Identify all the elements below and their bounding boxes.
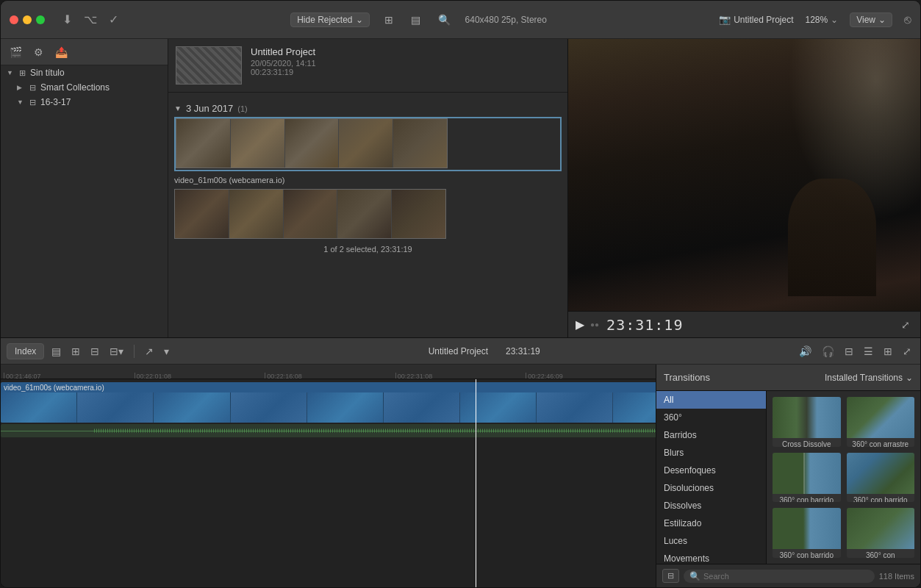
sidebar-icon1[interactable]: 🎬 [7,45,25,60]
timeline-view-icon2[interactable]: ⊞ [68,344,83,359]
content-area: ▼ 3 Jun 2017 (1) vi [168,93,567,337]
timeline-view-icon3[interactable]: ⊟ [87,344,102,359]
installed-transitions-label: Installed Transitions [825,373,903,383]
timeline-icon5[interactable]: ⊞ [881,344,895,359]
library-icon[interactable]: ⬇ [62,12,72,26]
thumb-360-barrido-aparicion[interactable]: 360° con barrido de aparición [847,453,915,503]
chevron-down-icon: ⌄ [356,15,363,25]
view-button[interactable]: View ⌄ [850,12,892,27]
sidebar-icon2[interactable]: ⚙ [31,45,46,60]
cat-360[interactable]: 360° [656,409,766,426]
close-button[interactable] [10,15,18,24]
search-icon-transitions: 🔍 [689,571,700,581]
key-icon[interactable]: ⌥ [84,12,97,26]
thumb-img-cross-dissolve [773,397,841,438]
headphone-icon[interactable]: 🎧 [819,344,837,359]
cat-dissolves[interactable]: Dissolves [656,497,766,514]
sidebar-item-16-3-17[interactable]: ▼ ⊟ 16-3-17 [1,95,168,110]
video-frame-1-4 [339,119,393,168]
project-header: Untitled Project 20/05/2020, 14:11 00:23… [176,43,560,90]
play-button[interactable]: ▶ [576,318,584,331]
cat-disoluciones[interactable]: Disoluciones [656,479,766,497]
filmstrip-icon[interactable]: ▤ [408,12,423,27]
thumb-label-360-barrido-aparicion: 360° con barrido de aparición [847,494,915,503]
tick-5: 00:22:46:09 [526,373,656,379]
video-strip-1-container[interactable] [174,117,562,171]
tool-icon2[interactable]: ▾ [161,344,172,359]
cat-desenfoques[interactable]: Desenfoques [656,462,766,479]
track-label: video_61m00s (webcamera.io) [4,384,104,392]
preview-video [568,39,920,311]
thumb-img-360-barrido-aparicion [847,453,915,494]
cat-blurs[interactable]: Blurs [656,444,766,462]
timeline-icon6[interactable]: ⤢ [900,344,914,359]
smart-collections-icon: ⊟ [27,83,37,93]
thumb-360-arrastre[interactable]: 360° con arrastre [847,397,915,447]
sidebar-item-sin-titulo[interactable]: ▼ ⊞ Sin título [1,65,168,80]
timeline-icon3[interactable]: ⊟ [842,344,856,359]
transitions-header: Transitions Installed Transitions ⌄ [656,365,920,391]
thumb-cross-dissolve[interactable]: Cross Dissolve [773,397,841,447]
track-frame-4 [231,392,307,423]
fullscreen-button[interactable] [36,15,45,24]
timeline-toolbar: Index ▤ ⊞ ⊟ ⊟▾ ↗ ▾ Untitled Project 23:3… [1,338,920,365]
date-group-count: (1) [237,104,247,113]
cat-all[interactable]: All [656,391,766,409]
search-icon[interactable]: 🔍 [435,12,454,27]
expand-arrow-smart: ▶ [17,84,24,91]
check-icon[interactable]: ✓ [109,12,118,26]
thumb-img-360-arrastre [847,397,915,438]
expand-arrow-16-3-17: ▼ [17,98,24,106]
sidebar-item-smart-collections[interactable]: ▶ ⊟ Smart Collections [1,80,168,95]
view-toggle-icon[interactable]: ⊞ [381,12,396,27]
expand-icon[interactable]: ⤢ [898,318,913,332]
share-icon[interactable]: ⎋ [904,13,911,26]
project-info: Untitled Project 20/05/2020, 14:11 00:23… [251,46,316,76]
audio-icon[interactable]: 🔊 [796,344,814,359]
track-frame-3 [154,392,230,423]
tool-select-icon[interactable]: ↗ [142,344,157,359]
tick-4: 00:22:31:08 [395,373,526,379]
video-scene [568,39,920,311]
search-box: 🔍 [684,570,875,583]
project-duration: 00:23:31:19 [251,68,316,76]
video-frame-2-4 [337,190,392,238]
folder-icon-sin-titulo: ⊞ [17,68,27,78]
timeline-view-icon1[interactable]: ▤ [49,344,64,359]
playback-dots-left: ●● [590,320,599,329]
app-window: ⬇ ⌥ ✓ Hide Rejected ⌄ ⊞ ▤ 🔍 640x480 25p,… [0,0,921,588]
cat-estilizado[interactable]: Estilizado [656,514,766,532]
filter-button[interactable]: ⊟ [662,569,679,583]
traffic-lights [10,15,45,24]
date-group-header: ▼ 3 Jun 2017 (1) [174,98,562,117]
index-tab[interactable]: Index [7,343,44,359]
sidebar: 🎬 ⚙ 📤 ▼ ⊞ Sin título ▶ ⊟ Smart Collectio… [1,39,168,337]
minimize-button[interactable] [23,15,32,24]
thumb-label-360-con: 360° con [847,549,915,558]
project-title: Untitled Project [251,46,316,57]
thumb-label-360-barrido2: 360° con barrido [773,549,841,558]
track-frame-6 [384,392,460,423]
transitions-footer: ⊟ 🔍 118 Items [656,564,920,587]
project-date: 20/05/2020, 14:11 [251,59,316,68]
hide-rejected-button[interactable]: Hide Rejected ⌄ [290,12,369,27]
project-name: Untitled Project [734,15,793,25]
search-input-transitions[interactable] [703,572,869,581]
cat-barridos[interactable]: Barridos [656,426,766,444]
project-thumbnail [176,46,242,85]
sidebar-icon3[interactable]: 📤 [52,45,71,60]
date-group-label: 3 Jun 2017 [186,103,233,114]
cat-luces[interactable]: Luces [656,532,766,550]
video-label-1: video_61m00s (webcamera.io) [174,174,562,186]
thumb-360-barrido1[interactable]: 360° con barrido [773,453,841,503]
track-frame-1 [1,392,77,423]
timeline-timecode: 23:31:19 [506,346,540,356]
video-frame-2-1 [175,190,229,238]
timeline-clip-icon[interactable]: ⊟▾ [107,344,126,359]
thumb-360-barrido2[interactable]: 360° con barrido [773,508,841,558]
video-strip-2-container[interactable] [174,189,562,239]
cat-movements[interactable]: Movements [656,550,766,564]
thumb-360-con[interactable]: 360° con [847,508,915,558]
installed-transitions-button[interactable]: Installed Transitions ⌄ [825,373,913,383]
timeline-icon4[interactable]: ☰ [861,344,876,359]
